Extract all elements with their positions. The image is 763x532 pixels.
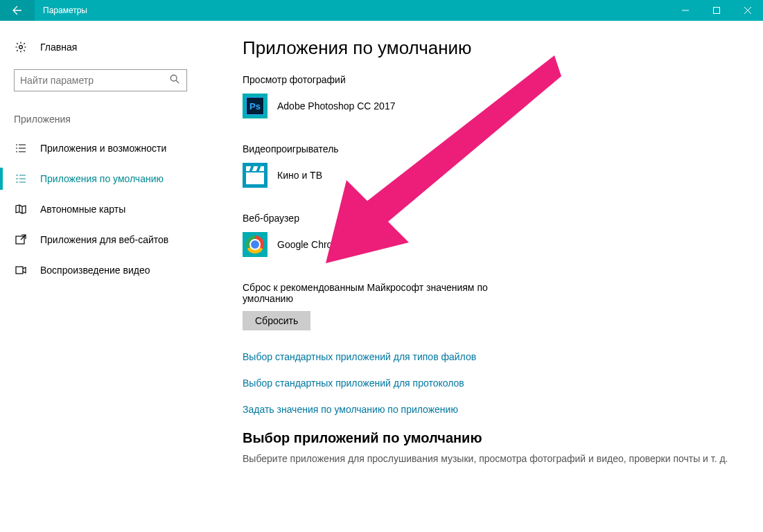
gear-icon bbox=[14, 41, 28, 53]
web-browser-label: Веб-браузер bbox=[243, 213, 741, 224]
main-pane: Приложения по умолчанию Просмотр фотогра… bbox=[201, 21, 763, 532]
open-external-icon bbox=[14, 234, 28, 245]
close-icon bbox=[744, 7, 751, 14]
arrow-left-icon bbox=[12, 5, 23, 16]
defaults-icon bbox=[14, 173, 28, 184]
svg-rect-0 bbox=[713, 8, 719, 14]
home-link[interactable]: Главная bbox=[14, 35, 187, 60]
app-name: Adobe Photoshop CC 2017 bbox=[277, 100, 395, 112]
movies-tv-icon bbox=[243, 163, 268, 188]
svg-point-2 bbox=[170, 75, 177, 81]
search-icon bbox=[170, 74, 181, 87]
sub-heading: Выбор приложений по умолчанию bbox=[243, 430, 741, 446]
sidebar-item-label: Автономные карты bbox=[40, 204, 125, 215]
sidebar-item-label: Приложения для веб-сайтов bbox=[40, 234, 168, 245]
sidebar: Главная Приложения Приложения и возможно… bbox=[0, 21, 201, 532]
link-protocols[interactable]: Выбор стандартных приложений для протоко… bbox=[243, 378, 741, 389]
list-icon bbox=[14, 143, 28, 154]
link-file-types[interactable]: Выбор стандартных приложений для типов ф… bbox=[243, 351, 741, 362]
video-player-label: Видеопроигрыватель bbox=[243, 143, 741, 154]
minimize-icon bbox=[682, 7, 689, 14]
minimize-button[interactable] bbox=[669, 0, 701, 21]
map-icon bbox=[14, 204, 28, 215]
sidebar-section-title: Приложения bbox=[14, 114, 187, 125]
svg-rect-4 bbox=[16, 267, 23, 274]
maximize-button[interactable] bbox=[701, 0, 732, 21]
video-player-app[interactable]: Кино и ТВ bbox=[243, 163, 741, 188]
sidebar-item-label: Приложения по умолчанию bbox=[40, 173, 164, 184]
sub-text: Выберите приложения для прослушивания му… bbox=[243, 453, 741, 464]
chrome-icon bbox=[243, 232, 268, 257]
link-by-app[interactable]: Задать значения по умолчанию по приложен… bbox=[243, 404, 741, 415]
svg-point-1 bbox=[19, 46, 23, 49]
page-heading: Приложения по умолчанию bbox=[243, 37, 741, 59]
video-icon bbox=[14, 265, 28, 276]
web-browser-app[interactable]: Google Chrome bbox=[243, 232, 741, 257]
sidebar-item-apps-websites[interactable]: Приложения для веб-сайтов bbox=[0, 224, 201, 255]
window-title: Параметры bbox=[43, 6, 669, 15]
photo-viewer-label: Просмотр фотографий bbox=[243, 74, 741, 85]
sidebar-item-video-playback[interactable]: Воспроизведение видео bbox=[0, 255, 201, 285]
sidebar-item-apps-features[interactable]: Приложения и возможности bbox=[0, 133, 201, 163]
reset-description: Сброс к рекомендованным Майкрософт значе… bbox=[243, 282, 534, 304]
search-input[interactable] bbox=[20, 75, 170, 86]
reset-button[interactable]: Сбросить bbox=[243, 311, 310, 330]
sidebar-item-default-apps[interactable]: Приложения по умолчанию bbox=[0, 163, 201, 194]
titlebar: Параметры bbox=[0, 0, 763, 21]
maximize-icon bbox=[713, 7, 720, 14]
back-button[interactable] bbox=[0, 0, 35, 21]
search-box[interactable] bbox=[14, 69, 187, 91]
sidebar-item-offline-maps[interactable]: Автономные карты bbox=[0, 194, 201, 224]
app-name: Кино и ТВ bbox=[277, 170, 322, 181]
close-button[interactable] bbox=[732, 0, 763, 21]
photoshop-icon: Ps bbox=[243, 94, 268, 118]
app-name: Google Chrome bbox=[277, 239, 346, 250]
sidebar-item-label: Приложения и возможности bbox=[40, 143, 166, 154]
home-label: Главная bbox=[40, 42, 77, 53]
sidebar-item-label: Воспроизведение видео bbox=[40, 265, 150, 276]
photo-viewer-app[interactable]: Ps Adobe Photoshop CC 2017 bbox=[243, 94, 741, 118]
